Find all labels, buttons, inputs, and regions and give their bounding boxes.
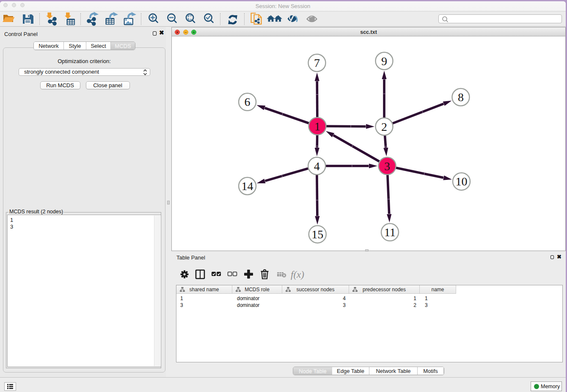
svg-text:4: 4 [314, 160, 320, 173]
svg-text:f(x): f(x) [291, 269, 304, 280]
svg-text:9: 9 [381, 55, 387, 68]
svg-text:7: 7 [314, 56, 320, 69]
svg-text:11: 11 [384, 226, 396, 239]
svg-text:8: 8 [458, 91, 464, 104]
svg-text:2: 2 [381, 120, 387, 133]
svg-text:1: 1 [314, 120, 320, 133]
svg-text:10: 10 [456, 175, 468, 188]
svg-text:15: 15 [311, 228, 323, 241]
svg-text:3: 3 [384, 160, 390, 173]
svg-text:6: 6 [245, 95, 250, 108]
svg-text:14: 14 [242, 179, 253, 193]
